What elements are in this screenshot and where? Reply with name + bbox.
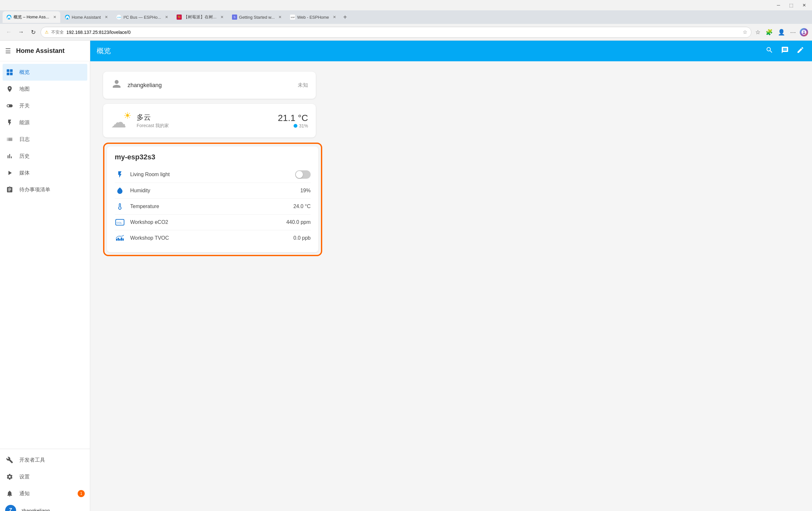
tab5-close-icon[interactable]: ✕ [279,15,282,19]
sidebar-menu-button[interactable]: ☰ [5,47,11,55]
tab-homeassistant-label: Home Assistant [72,15,101,20]
tab4-close-icon[interactable]: ✕ [221,15,224,19]
sensor-row-tvoc: Workshop TVOC 0.0 ppb [115,230,311,246]
tab-bar: 概览 – Home Ass... ✕ Home Assistant ✕ ESP … [0,10,812,24]
sidebar-item-notifications[interactable]: 通知 1 [0,485,90,502]
profile-icon-button[interactable]: 👤 [777,27,786,37]
weather-card[interactable]: ☁ ☀ 多云 Forecast 我的家 21.1 °C 31% [103,104,316,137]
tab-i2c[interactable]: ESP I²C Bus — ESPHo... ✕ [112,11,172,23]
ha-favicon-icon [6,15,11,20]
search-button[interactable] [764,45,775,57]
tab3-close-icon[interactable]: ✕ [165,15,168,19]
refresh-button[interactable]: ↻ [28,27,38,37]
tab-raspi[interactable]: 🍓 【树莓派】在树... ✕ [173,11,228,23]
lightning-icon [5,118,14,127]
main-content: 概览 [90,41,812,511]
person-card[interactable]: zhangkeliang 未知 [103,72,316,99]
tab-web-esphome[interactable]: ESP Web - ESPHome ✕ [286,11,340,23]
address-input[interactable] [66,30,740,35]
tab6-close-icon[interactable]: ✕ [333,15,336,19]
sidebar-dev-tools-label: 开发者工具 [19,457,45,463]
maximize-button[interactable]: ⬚ [786,2,796,8]
favorites-button[interactable]: ☆ [754,27,762,37]
chat-button[interactable] [780,45,790,57]
sidebar-item-log[interactable]: 日志 [0,131,90,148]
raspi-favicon-icon: 🍓 [177,15,182,20]
svg-rect-12 [10,69,12,72]
switch-icon [5,101,14,110]
notification-count-badge: 1 [78,490,85,497]
sidebar-item-dev-tools[interactable]: 开发者工具 [0,452,90,468]
sidebar-item-energy-label: 能源 [19,119,30,126]
sun-icon: ☀ [123,110,132,121]
sidebar-item-energy[interactable]: 能源 [0,114,90,131]
humidity-value: 31% [299,123,308,128]
topbar-title: 概览 [97,46,759,56]
eco2-sensor-name: Workshop eCO2 [130,219,281,225]
tab-i2c-label: I²C Bus — ESPHo... [123,15,161,20]
sidebar-item-settings[interactable]: 设置 [0,468,90,485]
humidity-icon [115,187,125,194]
humidity-sensor-value: 19% [300,188,311,193]
person-name: zhangkeliang [127,82,293,89]
svg-rect-17 [116,239,117,241]
tvoc-icon [115,234,125,242]
svg-text:ESP: ESP [117,17,121,18]
tab-getting-started-label: Getting Started w... [239,15,275,20]
tab2-close-icon[interactable]: ✕ [105,15,108,19]
tab-getting-started[interactable]: S Getting Started w... ✕ [228,11,286,23]
temperature-icon [115,203,125,210]
sidebar-item-switch-label: 开关 [19,103,30,109]
sidebar-item-overview[interactable]: 概览 [3,64,87,81]
sidebar-title: Home Assistant [16,47,64,55]
bookmark-icon[interactable]: ☆ [743,29,747,35]
esp32-card: my-esp32s3 Living Room light [107,146,318,252]
clipboard-icon [5,185,14,194]
svg-rect-18 [118,238,119,241]
weather-info: 多云 Forecast 我的家 [137,113,272,129]
tab-close-icon[interactable]: ✕ [53,15,56,19]
content-area: zhangkeliang 未知 ☁ ☀ 多云 Forecast 我的家 21.1… [90,61,812,511]
extensions-button[interactable]: 🧩 [764,27,774,37]
minimize-button[interactable]: ─ [774,2,783,8]
weather-stats: 21.1 °C 31% [278,113,308,128]
svg-text:🍓: 🍓 [178,15,181,19]
sidebar-item-media[interactable]: 媒体 [0,164,90,181]
list-icon [5,135,14,144]
sidebar-item-history-label: 历史 [19,153,30,160]
gear-icon [5,472,14,481]
user-avatar: z [5,505,16,511]
svg-text:ESP: ESP [291,17,295,18]
sensor-row-light: Living Room light [115,166,311,183]
window-controls: ─ ⬚ ✕ [774,2,809,8]
light-icon [115,171,125,179]
esp32-card-title: my-esp32s3 [115,153,311,161]
tvoc-sensor-value: 0.0 ppb [294,235,311,241]
sensor-row-humidity: Humidity 19% [115,183,311,199]
browser-profile-avatar[interactable] [800,28,808,36]
esp32-card-wrapper: my-esp32s3 Living Room light [103,142,322,256]
sidebar-user[interactable]: z zhangkeliang [0,502,90,511]
sidebar-item-overview-label: 概览 [19,69,30,76]
sidebar-bottom: 开发者工具 设置 通知 1 [0,449,90,511]
sidebar-item-switch[interactable]: 开关 [0,98,90,114]
security-icon: ⚠ [45,30,49,34]
app-layout: ☰ Home Assistant 概览 [0,41,812,511]
back-button[interactable]: ← [4,27,13,37]
tab-overview[interactable]: 概览 – Home Ass... ✕ [3,11,60,23]
new-tab-button[interactable]: + [341,12,350,22]
sidebar-item-todo[interactable]: 待办事项清单 [0,181,90,198]
humidity-sensor-name: Humidity [130,188,295,193]
ha-favicon2-icon [65,15,70,20]
sidebar-item-map[interactable]: 地图 [0,81,90,98]
tab-raspi-label: 【树莓派】在树... [184,14,216,20]
tab-homeassistant[interactable]: Home Assistant ✕ [61,11,112,23]
light-toggle[interactable] [295,170,311,179]
sidebar-item-history[interactable]: 历史 [0,148,90,164]
person-status: 未知 [298,82,308,89]
wrench-icon [5,456,14,464]
edit-button[interactable] [795,45,806,57]
forward-button[interactable]: → [16,27,26,37]
settings-button[interactable]: ⋯ [789,27,797,37]
close-button[interactable]: ✕ [799,2,809,8]
